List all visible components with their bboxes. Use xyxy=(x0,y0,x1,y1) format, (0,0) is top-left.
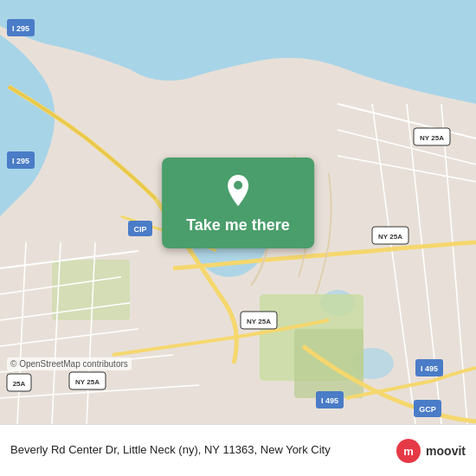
svg-text:I 295: I 295 xyxy=(12,157,29,165)
svg-text:m: m xyxy=(403,445,414,458)
take-me-there-button[interactable]: Take me there xyxy=(162,158,314,248)
location-pin-icon xyxy=(219,171,257,209)
moovit-icon: m xyxy=(395,437,422,465)
svg-text:I 295: I 295 xyxy=(12,24,29,33)
svg-text:NY 25A: NY 25A xyxy=(75,378,100,386)
bottom-bar: Beverly Rd Center Dr, Little Neck (ny), … xyxy=(0,424,476,476)
map-container: I 295 I 295 NY 25A NY 25A NY 25A NY 25A … xyxy=(0,0,476,424)
svg-text:I 495: I 495 xyxy=(321,396,338,405)
svg-text:NY 25A: NY 25A xyxy=(378,233,402,241)
svg-text:NY 25A: NY 25A xyxy=(420,134,444,142)
osm-attribution: © OpenStreetMap contributors xyxy=(7,357,132,370)
cta-overlay: Take me there xyxy=(162,158,314,248)
svg-text:GCP: GCP xyxy=(419,405,436,414)
svg-text:CIP: CIP xyxy=(133,225,146,234)
svg-point-44 xyxy=(234,181,242,190)
moovit-text: moovit xyxy=(426,444,466,458)
svg-text:25A: 25A xyxy=(13,380,26,388)
svg-text:I 495: I 495 xyxy=(421,364,438,373)
cta-label: Take me there xyxy=(186,216,290,235)
address-text: Beverly Rd Center Dr, Little Neck (ny), … xyxy=(10,442,388,458)
svg-text:NY 25A: NY 25A xyxy=(247,318,271,325)
moovit-logo: m moovit xyxy=(395,437,466,465)
